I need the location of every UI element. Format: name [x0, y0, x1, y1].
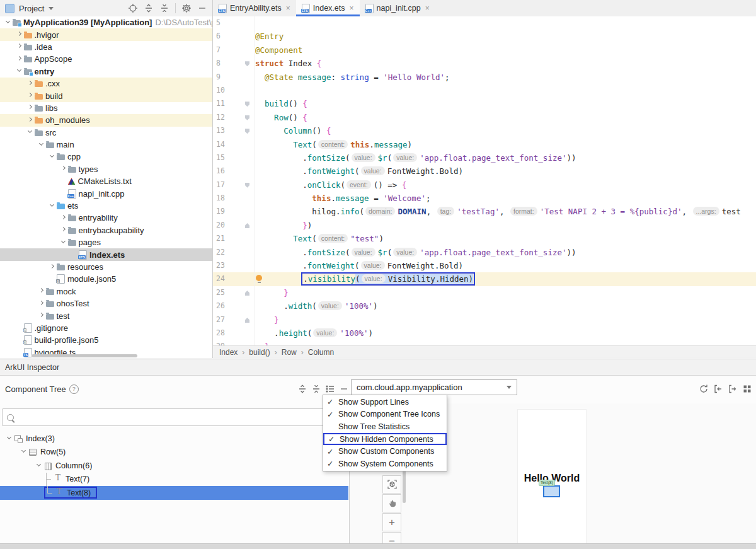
- breadcrumb-item[interactable]: Column: [308, 348, 334, 357]
- project-tree-row[interactable]: src: [0, 127, 212, 139]
- help-icon[interactable]: ?: [69, 384, 79, 394]
- project-tree-row[interactable]: main: [0, 139, 212, 151]
- project-horizontal-scrollbar[interactable]: [32, 354, 137, 357]
- menu-item[interactable]: Show Tree Statistics: [323, 420, 447, 433]
- collapse-all-icon[interactable]: [159, 3, 169, 13]
- menu-item[interactable]: ✓Show System Components: [323, 458, 447, 470]
- view-options-icon[interactable]: [325, 384, 335, 394]
- code-editor[interactable]: 56@Entry7@Component8struct Index {9 @Sta…: [213, 16, 756, 345]
- project-tree-row[interactable]: build: [0, 90, 212, 101]
- chevron-icon[interactable]: [59, 214, 68, 222]
- menu-item[interactable]: ✓Show Component Tree Icons: [323, 408, 447, 421]
- fold-marker-icon[interactable]: [245, 291, 249, 296]
- chevron-icon[interactable]: [15, 55, 24, 64]
- search-input[interactable]: [18, 412, 341, 422]
- fold-marker-icon[interactable]: [245, 129, 249, 134]
- fold-marker-icon[interactable]: [245, 101, 249, 107]
- locate-file-icon[interactable]: [128, 3, 138, 13]
- settings-gear-icon[interactable]: [181, 3, 192, 13]
- inspect-target-button[interactable]: [382, 475, 401, 494]
- chevron-icon[interactable]: [59, 165, 68, 173]
- chevron-icon[interactable]: [48, 202, 57, 211]
- fold-marker-icon[interactable]: [245, 61, 249, 66]
- chevron-icon[interactable]: [37, 141, 46, 149]
- fold-marker-icon[interactable]: [245, 223, 249, 228]
- chevron-icon[interactable]: [59, 238, 68, 247]
- project-tree-row[interactable]: entryability: [0, 212, 212, 224]
- project-tree-row[interactable]: CMakeLists.txt: [0, 175, 212, 187]
- bottom-scrollbar-track[interactable]: [0, 543, 756, 549]
- editor-tab-entryability-ets[interactable]: ETSEntryAbility.ets×: [213, 0, 296, 16]
- hide-inspector-icon[interactable]: [339, 384, 349, 394]
- app-package-select[interactable]: com.cloud.app.myapplication: [351, 379, 517, 395]
- tab-close-icon[interactable]: ×: [350, 4, 354, 13]
- editor-tab-napi_init-cpp[interactable]: C++napi_init.cpp×: [360, 0, 435, 16]
- fold-marker-icon[interactable]: [245, 318, 249, 323]
- component-tree-row[interactable]: Text(7): [0, 473, 348, 487]
- expand-all-icon[interactable]: [144, 3, 154, 13]
- chevron-icon[interactable]: [26, 79, 35, 88]
- project-tree-row[interactable]: types: [0, 163, 212, 175]
- chevron-icon[interactable]: [48, 263, 57, 272]
- breadcrumb-item[interactable]: Row: [282, 348, 297, 357]
- project-tree-row[interactable]: .idea: [0, 41, 212, 53]
- chevron-icon[interactable]: [15, 42, 24, 51]
- project-tree-row[interactable]: .cxx: [0, 78, 212, 90]
- chevron-icon[interactable]: [26, 116, 35, 125]
- component-search-box[interactable]: [2, 408, 346, 426]
- chevron-icon[interactable]: [59, 226, 68, 234]
- component-tree-row[interactable]: Text(8): [0, 486, 348, 500]
- project-tree-row[interactable]: entry: [0, 66, 212, 78]
- project-dropdown-caret-icon[interactable]: [49, 7, 54, 10]
- component-tree-row[interactable]: Index(3): [0, 432, 348, 446]
- hide-panel-icon[interactable]: [197, 3, 207, 13]
- chevron-down-icon[interactable]: [5, 434, 14, 443]
- project-tree-row[interactable]: libs: [0, 102, 212, 114]
- device-screen-canvas[interactable]: Hello World Text(8): [518, 410, 586, 544]
- project-tree-row[interactable]: .hvigor: [0, 28, 212, 40]
- project-tree-row[interactable]: oh_modules: [0, 114, 212, 126]
- chevron-icon[interactable]: [26, 103, 35, 112]
- breadcrumb-item[interactable]: build(): [249, 348, 270, 357]
- tree-expand-all-icon[interactable]: [297, 384, 307, 394]
- editor-tab-index-ets[interactable]: ETSIndex.ets×: [296, 0, 360, 16]
- component-tree-row[interactable]: Column(6): [0, 459, 348, 473]
- project-tree-row[interactable]: resources: [0, 261, 212, 273]
- menu-item[interactable]: ✓Show Custom Components: [323, 445, 447, 458]
- chevron-icon[interactable]: [26, 128, 35, 137]
- project-tree-row[interactable]: AppScope: [0, 53, 212, 65]
- project-tree-row[interactable]: {}module.json5: [0, 273, 212, 285]
- project-tree-row[interactable]: mock: [0, 286, 212, 298]
- pan-hand-button[interactable]: [382, 494, 401, 512]
- project-tree-row[interactable]: cpp: [0, 151, 212, 163]
- project-tree-row[interactable]: ets: [0, 200, 212, 212]
- tab-close-icon[interactable]: ×: [286, 4, 290, 13]
- project-tree-row[interactable]: pages: [0, 236, 212, 248]
- project-tree-row[interactable]: Ø.gitignore: [0, 322, 212, 334]
- refresh-icon[interactable]: [699, 384, 709, 394]
- chevron-icon[interactable]: [15, 30, 24, 39]
- chevron-icon[interactable]: [48, 153, 57, 161]
- grid-view-icon[interactable]: [742, 384, 752, 394]
- tab-close-icon[interactable]: ×: [425, 4, 430, 13]
- export-icon[interactable]: [728, 384, 738, 394]
- component-tree-row[interactable]: Row(5): [0, 446, 348, 459]
- fold-marker-icon[interactable]: [245, 115, 249, 120]
- chevron-icon[interactable]: [4, 18, 13, 27]
- chevron-icon[interactable]: [37, 311, 46, 320]
- project-tree-row[interactable]: {}build-profile.json5: [0, 334, 212, 346]
- project-tree-row[interactable]: ETSIndex.ets: [0, 248, 212, 260]
- menu-item[interactable]: ✓Show Hidden Components: [323, 433, 447, 446]
- chevron-icon[interactable]: [15, 67, 24, 76]
- import-icon[interactable]: [713, 384, 723, 394]
- project-tree-row[interactable]: C++napi_init.cpp: [0, 187, 212, 199]
- tree-collapse-all-icon[interactable]: [311, 384, 321, 394]
- zoom-in-button[interactable]: +: [382, 513, 401, 531]
- project-tree-row[interactable]: ohosTest: [0, 298, 212, 309]
- hidden-component-bounds[interactable]: [543, 485, 560, 497]
- fold-marker-icon[interactable]: [245, 183, 249, 188]
- chevron-icon[interactable]: [37, 299, 46, 308]
- menu-item[interactable]: ✓Show Support Lines: [323, 396, 447, 408]
- chevron-down-icon[interactable]: [35, 461, 43, 470]
- project-tree-row[interactable]: test: [0, 309, 212, 321]
